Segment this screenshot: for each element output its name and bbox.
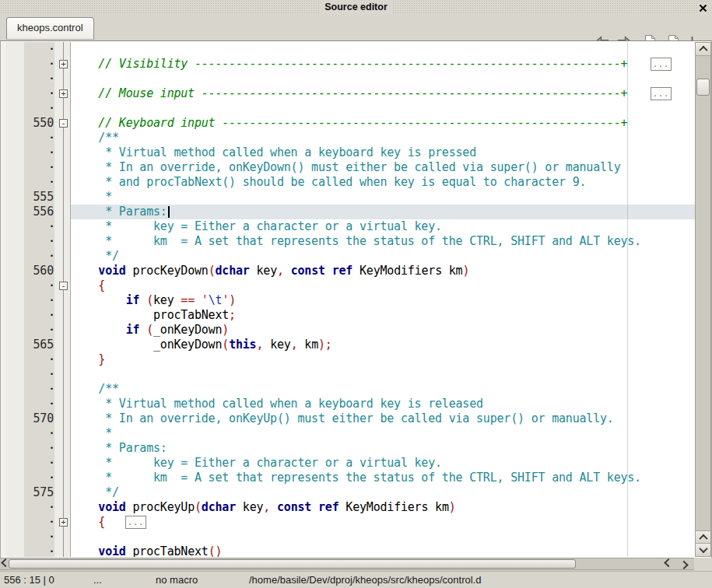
fold-toggle[interactable]: - <box>59 119 68 128</box>
gutter-line-dot: • <box>50 234 54 249</box>
code-line[interactable]: void procTabNext() <box>71 544 695 557</box>
file-path-status: /home/basile/Dev/dproj/kheops/src/kheops… <box>249 572 481 588</box>
scroll-left-button-right[interactable] <box>661 558 675 569</box>
chevron-left-icon <box>664 558 672 567</box>
vertical-scroll-thumb[interactable] <box>696 79 710 96</box>
code-area[interactable]: // Visibility --------------------------… <box>71 42 695 557</box>
gutter-line-number: 556 <box>33 205 54 219</box>
code-line[interactable]: */ <box>71 485 695 500</box>
code-line[interactable] <box>71 42 695 57</box>
code-line[interactable] <box>71 367 695 382</box>
gutter-line-dot: • <box>50 456 54 471</box>
gutter-line-dot: • <box>50 352 54 367</box>
fold-toggle[interactable]: - <box>59 282 68 290</box>
scrollbar-corner <box>694 558 712 570</box>
gutter-line-dot: • <box>50 42 54 57</box>
gutter-line-dot: • <box>50 530 54 544</box>
gutter-line-dot: • <box>50 86 54 101</box>
gutter-line-dot: • <box>50 397 54 411</box>
gutter-line-dot: • <box>50 441 54 456</box>
tab-bar: kheops.control <box>0 15 712 40</box>
code-line[interactable]: * key = Either a character or a virtual … <box>71 219 695 234</box>
gutter-line-dot: • <box>50 57 54 72</box>
tab-kheops-control[interactable]: kheops.control <box>6 17 94 40</box>
fold-toggle[interactable]: + <box>59 60 68 68</box>
code-line[interactable]: * In an override, onKeyDown() must eithe… <box>71 160 695 175</box>
code-line[interactable]: * In an override, onKeyUp() must either … <box>71 411 695 426</box>
gutter-line-dot: • <box>50 500 54 515</box>
code-line[interactable] <box>71 101 695 116</box>
horizontal-scroll-thumb[interactable] <box>9 559 576 569</box>
vertical-scrollbar[interactable] <box>695 42 711 557</box>
code-line[interactable]: * km = A set that represents the status … <box>71 234 695 249</box>
gutter-line-dot: • <box>50 293 54 308</box>
code-line[interactable]: _onKeyDown(this, key, km); <box>71 338 695 352</box>
code-line[interactable]: /** <box>71 131 695 145</box>
text-caret <box>168 206 170 218</box>
code-line[interactable]: * Virtual method called when a keyboard … <box>71 397 695 411</box>
code-line[interactable]: if (key == '\t') <box>71 293 695 308</box>
chevron-up-icon <box>699 534 707 543</box>
code-line[interactable]: // Mouse input -------------------------… <box>71 86 695 101</box>
gutter-line-dot: • <box>50 382 54 397</box>
code-line[interactable]: * km = A set that represents the status … <box>71 471 695 485</box>
code-line[interactable]: * <box>71 190 695 205</box>
gutter-line-number: 565 <box>33 338 54 352</box>
code-line[interactable]: * key = Either a character or a virtual … <box>71 456 695 471</box>
scroll-up-button[interactable] <box>696 43 710 56</box>
gutter-line-number: 560 <box>33 264 54 278</box>
chevron-down-icon <box>699 544 707 553</box>
fold-ellipsis-box[interactable]: ... <box>651 58 672 71</box>
gutter-line-dot: • <box>50 367 54 382</box>
fold-ellipsis-box[interactable]: ... <box>651 87 672 100</box>
code-line[interactable]: // Keyboard input ----------------------… <box>71 116 695 131</box>
gutter-line-dot: • <box>50 160 54 175</box>
code-line[interactable]: * and procTabNext() should be called whe… <box>71 175 695 190</box>
code-line-current[interactable]: * Params: <box>71 205 695 219</box>
tab-label: kheops.control <box>17 22 83 33</box>
code-line[interactable]: void procKeyDown(dchar key, const ref Ke… <box>71 264 695 278</box>
gutter-line-dot: • <box>50 515 54 530</box>
code-line[interactable]: */ <box>71 249 695 264</box>
scroll-right-button[interactable] <box>676 558 692 569</box>
code-line[interactable] <box>71 72 695 86</box>
gutter-line-dot: • <box>50 426 54 441</box>
close-window-button[interactable] <box>697 2 708 13</box>
chevron-up-icon <box>699 46 707 54</box>
gutter-line-dot: • <box>50 471 54 485</box>
caret-position-status: 556 : 15 | 0 <box>4 572 54 588</box>
status-field-2: ... <box>93 572 102 588</box>
code-line[interactable]: * Params: <box>71 441 695 456</box>
code-line[interactable]: void procKeyUp(dchar key, const ref KeyM… <box>71 500 695 515</box>
code-line[interactable]: * Virtual method called when a keyboard … <box>71 145 695 160</box>
code-line[interactable]: if (_onKeyDown) <box>71 323 695 338</box>
horizontal-scrollbar[interactable] <box>0 558 694 570</box>
gutter-line-number: 550 <box>33 116 54 131</box>
gutter-line-dot: • <box>50 249 54 264</box>
chevron-right-icon <box>679 561 688 569</box>
gutter-line-dot: • <box>50 219 54 234</box>
fold-ellipsis-box[interactable]: ... <box>125 516 146 529</box>
status-bar: 556 : 15 | 0 ... no macro /home/basile/D… <box>0 571 712 588</box>
window-title: Source editor <box>319 0 393 15</box>
code-line[interactable]: /** <box>71 382 695 397</box>
gutter-line-number: 575 <box>33 485 54 500</box>
code-line[interactable]: procTabNext; <box>71 308 695 323</box>
code-line[interactable]: } <box>71 352 695 367</box>
fold-toggle[interactable]: + <box>59 89 68 98</box>
close-icon <box>699 4 707 12</box>
code-line[interactable] <box>71 530 695 544</box>
fold-toggle[interactable]: + <box>59 518 68 527</box>
scroll-down-button[interactable] <box>696 543 710 556</box>
code-line[interactable]: { <box>71 278 695 293</box>
gutter-line-dot: • <box>50 175 54 190</box>
title-bar: Source editor <box>0 0 712 15</box>
gutter[interactable]: ••+••+•550-••••555556•••560•-•••565••••5… <box>1 42 71 557</box>
scroll-up-button-bottom[interactable] <box>696 530 710 544</box>
code-line[interactable]: // Visibility --------------------------… <box>71 57 695 72</box>
gutter-line-number: 570 <box>33 411 54 426</box>
code-line[interactable]: {... <box>71 515 695 530</box>
macro-status: no macro <box>156 572 198 588</box>
gutter-line-dot: • <box>50 131 54 145</box>
code-line[interactable]: * <box>71 426 695 441</box>
